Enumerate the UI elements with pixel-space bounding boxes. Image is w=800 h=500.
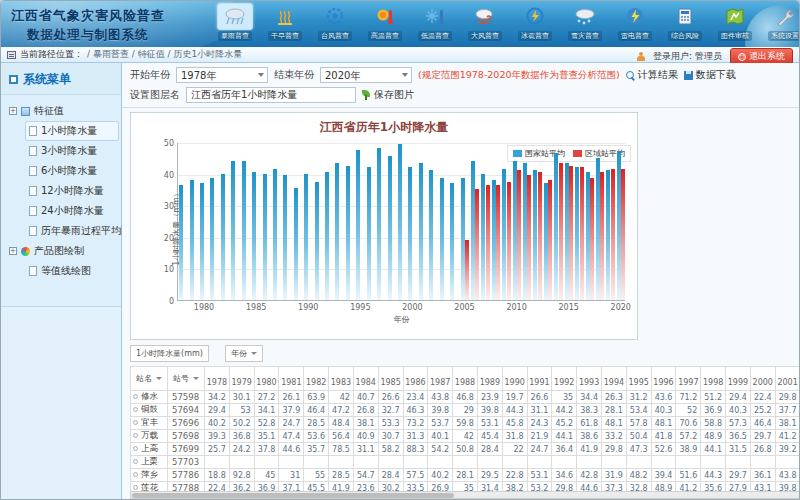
- value-cell: [453, 456, 478, 469]
- expand-icon[interactable]: +: [9, 247, 17, 255]
- value-cell: 28.1: [453, 469, 478, 482]
- station-name-cell[interactable]: 上高: [131, 443, 168, 456]
- chart-bar: [346, 166, 350, 300]
- logout-label: 退出系统: [749, 50, 785, 63]
- year-column-header: 1993: [577, 367, 602, 391]
- end-year-select[interactable]: 2020年: [320, 67, 412, 83]
- row-field-header[interactable]: 站号: [168, 367, 205, 391]
- value-cell: 38.3: [577, 404, 602, 417]
- row-field-header[interactable]: 站名: [131, 367, 168, 391]
- app-title-line1: 江西省气象灾害风险普查: [11, 7, 165, 25]
- expand-dot-icon[interactable]: [133, 394, 138, 399]
- expand-dot-icon[interactable]: [133, 472, 138, 477]
- expand-dot-icon[interactable]: [133, 446, 138, 451]
- value-cell: 36.4: [552, 443, 577, 456]
- value-cell: 38.1: [775, 417, 799, 430]
- year-column-header: 1990: [502, 367, 527, 391]
- breadcrumb-prefix: 当前路径位置：: [20, 48, 83, 61]
- calculate-result-button[interactable]: 计算结果: [626, 68, 678, 82]
- nav-item-9[interactable]: 雷电普查: [611, 3, 659, 41]
- value-cell: 51.6: [676, 469, 701, 482]
- sidebar-item-2-1[interactable]: 等值线绘图: [25, 261, 119, 281]
- sidebar-item-label: 1小时降水量: [41, 124, 97, 138]
- low-temp-icon: [417, 3, 453, 30]
- system-settings-icon: [767, 3, 799, 30]
- nav-item-10[interactable]: 综合风险: [661, 3, 709, 41]
- value-cell: 40.3: [726, 404, 751, 417]
- value-cell: 29.4: [726, 391, 751, 404]
- nav-item-7[interactable]: 冰雹普查: [511, 3, 559, 41]
- value-cell: [602, 456, 627, 469]
- value-cell: 53.7: [428, 417, 453, 430]
- station-name-cell[interactable]: 修水: [131, 391, 168, 404]
- sidebar-tree: +特征值1小时降水量3小时降水量6小时降水量12小时降水量24小时降水量历年暴雨…: [1, 95, 121, 307]
- value-cell: 36.9: [701, 404, 726, 417]
- station-name-cell[interactable]: 上栗: [131, 456, 168, 469]
- value-cell: 36.1: [750, 469, 775, 482]
- scrollbar-thumb[interactable]: [132, 493, 454, 498]
- value-cell: 31.1: [527, 404, 552, 417]
- sidebar-item-1-1[interactable]: 1小时降水量: [25, 121, 119, 141]
- sidebar-item-label: 6小时降水量: [41, 164, 97, 178]
- nav-item-1[interactable]: 暴雨普查: [211, 3, 259, 41]
- station-name-cell[interactable]: 铜鼓: [131, 404, 168, 417]
- layer-name-input[interactable]: [186, 87, 356, 103]
- sidebar-group-2[interactable]: +产品图绘制: [7, 241, 119, 261]
- year-field-box[interactable]: 年份: [225, 345, 263, 362]
- chart-bar: [481, 174, 485, 300]
- chart-bar: [367, 167, 371, 300]
- expand-dot-icon[interactable]: [133, 407, 138, 412]
- start-year-label: 开始年份: [130, 68, 170, 82]
- station-name-cell[interactable]: 宜丰: [131, 417, 168, 430]
- chevron-down-icon: [251, 352, 257, 355]
- start-year-select[interactable]: 1978年: [176, 67, 268, 83]
- value-cell: 50.8: [453, 443, 478, 456]
- data-download-button[interactable]: 数据下载: [684, 68, 736, 82]
- document-icon: [29, 126, 37, 136]
- sidebar-item-1-5[interactable]: 24小时降水量: [25, 201, 119, 221]
- expand-icon[interactable]: +: [9, 107, 17, 115]
- station-name-cell[interactable]: 萍乡: [131, 469, 168, 482]
- nav-item-8[interactable]: 雪灾普查: [561, 3, 609, 41]
- chevron-down-icon: [193, 377, 199, 380]
- year-column-header: 1991: [527, 367, 552, 391]
- sidebar-item-label: 24小时降水量: [41, 204, 104, 218]
- value-cell: 39.2: [775, 443, 799, 456]
- value-cell: 53.6: [304, 430, 329, 443]
- value-cell: 57.2: [676, 430, 701, 443]
- search-icon: [626, 71, 635, 80]
- sidebar-item-1-6[interactable]: 历年暴雨过程平均雨量: [25, 221, 119, 241]
- expand-dot-icon[interactable]: [133, 485, 138, 490]
- sidebar-title: 系统菜单: [1, 63, 121, 95]
- sidebar-item-1-3[interactable]: 6小时降水量: [25, 161, 119, 181]
- toolbar-row2: 设置图层名 保存图片: [122, 83, 799, 103]
- chart-bar: [606, 170, 610, 300]
- product-map-icon: [21, 247, 30, 256]
- table-row: 上栗57703: [131, 456, 800, 469]
- value-cell: 39.4: [651, 469, 676, 482]
- table-row: 萍乡5778618.892.845315528.554.728.457.540.…: [131, 469, 800, 482]
- value-cell: 29.8: [602, 443, 627, 456]
- logged-in-user: 登录用户: 管理员: [653, 50, 722, 63]
- nav-item-5[interactable]: 低温普查: [411, 3, 459, 41]
- drought-icon: [267, 3, 303, 30]
- nav-item-3[interactable]: 台风普查: [311, 3, 359, 41]
- value-cell: 52.6: [651, 443, 676, 456]
- measure-field-box[interactable]: 1小时降水量(mm): [130, 345, 209, 362]
- sidebar-group-1[interactable]: +特征值: [7, 101, 119, 121]
- nav-item-11[interactable]: 图件审核: [711, 3, 759, 41]
- chart-bar: [544, 183, 548, 300]
- expand-dot-icon[interactable]: [133, 420, 138, 425]
- typhoon-icon: [317, 3, 353, 30]
- sidebar-item-1-2[interactable]: 3小时降水量: [25, 141, 119, 161]
- expand-dot-icon[interactable]: [133, 433, 138, 438]
- nav-item-6[interactable]: 大风普查: [461, 3, 509, 41]
- sidebar-item-1-4[interactable]: 12小时降水量: [25, 181, 119, 201]
- nav-item-4[interactable]: 高温普查: [361, 3, 409, 41]
- save-image-button[interactable]: 保存图片: [362, 88, 414, 102]
- nav-item-2[interactable]: 干旱普查: [261, 3, 309, 41]
- expand-dot-icon[interactable]: [133, 459, 138, 464]
- nav-item-12[interactable]: 系统设置: [761, 3, 799, 41]
- station-name-cell[interactable]: 万载: [131, 430, 168, 443]
- value-cell: 26.6: [378, 391, 403, 404]
